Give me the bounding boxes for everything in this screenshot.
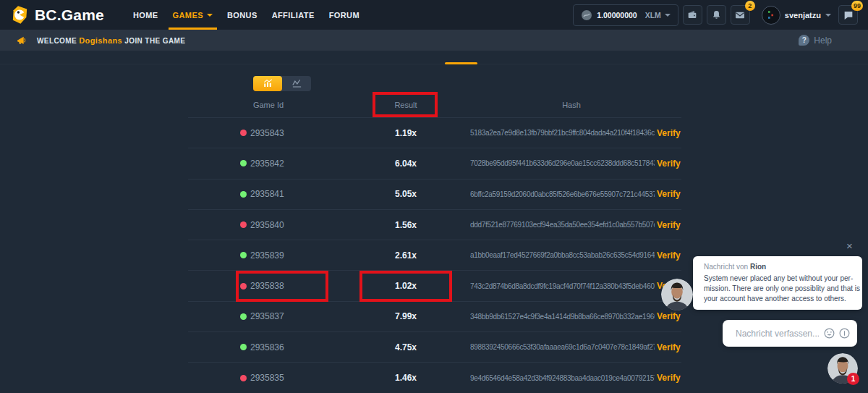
chat-badge: 99 xyxy=(851,1,863,11)
brand-logo[interactable]: BC.Game xyxy=(10,5,104,25)
nav-item-home[interactable]: HOME xyxy=(126,0,166,30)
chat-message-line: your account have another access to othe… xyxy=(704,294,856,304)
help-button[interactable]: ? Help xyxy=(799,35,832,46)
announcement-text: WELCOME Dogishans JOIN THE GAME xyxy=(37,36,185,45)
result-value: 1.56x xyxy=(354,220,457,230)
status-dot xyxy=(240,313,247,320)
chat-message-from: Nachricht von Rion xyxy=(704,263,856,271)
table-row: 2935841 5.05x 6bffc2a59159d2060d0abc85f5… xyxy=(188,179,681,209)
game-id: 2935838 xyxy=(250,281,284,291)
game-id-cell: 2935837 xyxy=(188,311,354,321)
game-id-cell: 2935840 xyxy=(188,220,354,230)
hash-value: 8988392450666c53f30afaaaea69c1d6a7c0407e… xyxy=(470,343,655,351)
table-row: 2935840 1.56x ddd7f521e87769103ecf94ea35… xyxy=(188,209,681,240)
chat-message-bubble: Nachricht von Rion System never placed a… xyxy=(693,256,862,310)
chat-message-input[interactable] xyxy=(734,328,820,339)
game-id-cell: 2935835 xyxy=(188,373,354,383)
nav-item-affiliate[interactable]: AFFILIATE xyxy=(265,0,322,30)
hash-value: 5183a2ea7e9d8e13fb79bbf21bc9ffc804dada4a… xyxy=(470,129,655,137)
notifications-button[interactable] xyxy=(707,5,726,25)
hash-value: 9e4d6546d4e58a42d3b4f924883baa4daac019ce… xyxy=(470,374,655,382)
avatar xyxy=(762,6,780,25)
hash-value: 743c2d874b6d8a8dcdf9fc19acf4d70f74f12a38… xyxy=(470,282,655,290)
game-id-cell: 2935839 xyxy=(188,250,354,261)
game-id: 2935835 xyxy=(250,373,284,383)
game-id: 2935839 xyxy=(250,250,284,261)
balance-selector[interactable]: 1.00000000 XLM xyxy=(573,4,678,26)
announcement-username[interactable]: Dogishans xyxy=(79,36,122,45)
chat-sender: Rion xyxy=(750,263,766,271)
emoji-icon[interactable] xyxy=(823,327,835,339)
result-value: 1.19x xyxy=(354,128,457,138)
chat-toggle-button[interactable]: 99 xyxy=(838,5,858,25)
result-value: 1.46x xyxy=(354,373,457,383)
nav-item-bonus[interactable]: BONUS xyxy=(220,0,265,30)
verify-link[interactable]: Verify xyxy=(657,373,681,383)
verify-link[interactable]: Verify xyxy=(657,250,681,261)
result-value: 7.99x xyxy=(354,311,457,321)
help-icon: ? xyxy=(799,35,809,46)
status-dot xyxy=(240,221,247,228)
table-row: 2935835 1.46x 9e4d6546d4e58a42d3b4f92488… xyxy=(188,362,681,392)
verify-link[interactable]: Verify xyxy=(657,189,681,199)
nav-item-forum[interactable]: FORUM xyxy=(322,0,367,30)
table-view-button[interactable] xyxy=(253,76,282,91)
game-id-cell: 2935836 xyxy=(188,342,354,352)
table-body: 2935843 1.19x 5183a2ea7e9d8e13fb79bbf21b… xyxy=(188,117,681,393)
chat-sender-avatar xyxy=(661,279,693,310)
mail-badge: 2 xyxy=(745,1,755,11)
user-menu[interactable]: svenjatzu xyxy=(762,6,831,25)
nav-item-games[interactable]: GAMES xyxy=(166,0,220,30)
megaphone-icon xyxy=(16,35,27,46)
announcement-bar: WELCOME Dogishans JOIN THE GAME ? Help xyxy=(0,30,868,51)
coin-icon xyxy=(581,9,592,21)
commands-icon[interactable] xyxy=(838,327,851,339)
active-tab-indicator xyxy=(445,62,477,64)
status-dot xyxy=(240,252,247,258)
game-id: 2935836 xyxy=(250,342,284,352)
unread-count-badge: 1 xyxy=(847,373,859,385)
status-dot xyxy=(240,130,247,136)
status-dot xyxy=(240,375,247,381)
hash-value: 7028be95dd95f441b633d6d296e0ae15cc6238dd… xyxy=(470,159,655,167)
game-id: 2935840 xyxy=(250,220,284,230)
bell-icon xyxy=(711,9,722,20)
nav-label: FORUM xyxy=(329,11,359,20)
verify-link[interactable]: Verify xyxy=(657,220,681,230)
result-value: 5.05x xyxy=(354,189,457,199)
verify-link[interactable]: Verify xyxy=(657,342,681,352)
result-value: 2.61x xyxy=(354,250,457,261)
main-nav: HOME GAMES BONUS AFFILIATE FORUM xyxy=(126,0,367,30)
game-id: 2935842 xyxy=(250,159,284,169)
table-row: 2935837 7.99x 348bb9db61527e4c9f3e4a1414… xyxy=(188,301,681,331)
column-header-result: Result xyxy=(354,101,458,109)
game-id: 2935837 xyxy=(250,311,284,321)
messages-button[interactable]: 2 xyxy=(731,5,750,25)
game-id: 2935843 xyxy=(250,128,284,138)
table-row: 2935838 1.02x 743c2d874b6d8a8dcdf9fc19ac… xyxy=(188,270,681,300)
column-header-game-id: Game Id xyxy=(216,101,320,109)
nav-label: AFFILIATE xyxy=(272,11,315,20)
announcement-prefix: WELCOME xyxy=(37,37,77,45)
top-nav-bar: BC.Game HOME GAMES BONUS AFFILIATE FORUM… xyxy=(0,0,868,30)
verify-link[interactable]: Verify xyxy=(657,128,681,138)
status-dot xyxy=(240,283,247,290)
chevron-down-icon xyxy=(207,14,213,17)
chat-message-line: mission. There are only one possiblity a… xyxy=(704,284,856,294)
status-dot xyxy=(240,344,247,350)
verify-link[interactable]: Verify xyxy=(657,159,681,169)
help-label: Help xyxy=(814,35,832,46)
chat-message-line: System never placed any bet without your… xyxy=(704,274,856,284)
game-id-cell: 2935843 xyxy=(188,128,354,138)
result-value: 4.75x xyxy=(354,342,457,352)
table-row: 2935839 2.61x a1bb0eaaf17ed4527669f2a0bb… xyxy=(188,240,681,270)
game-id-cell: 2935842 xyxy=(188,159,354,169)
brand-name: BC.Game xyxy=(35,7,104,24)
chat-input-bar xyxy=(723,320,857,347)
trend-view-button[interactable] xyxy=(282,76,311,91)
nav-label: GAMES xyxy=(173,11,203,20)
close-icon[interactable]: × xyxy=(846,240,853,251)
wallet-button[interactable] xyxy=(683,5,702,25)
verify-link[interactable]: Verify xyxy=(657,311,681,321)
game-id-cell: 2935838 xyxy=(188,281,354,291)
